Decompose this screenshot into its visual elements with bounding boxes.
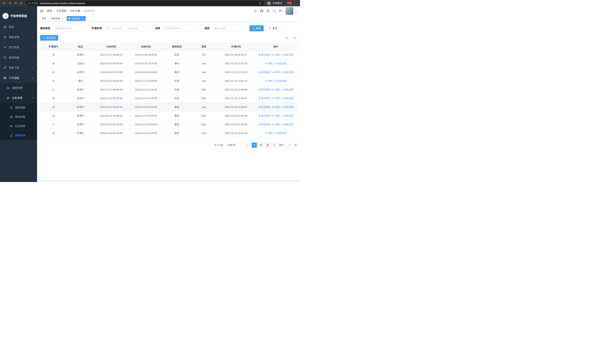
close-tag-icon[interactable]: × <box>61 17 64 20</box>
sidebar-item-payment[interactable]: 支付管理 <box>0 42 37 52</box>
sidebar-item-my-process[interactable]: 我的流程 <box>0 103 37 112</box>
toggle-search-button[interactable] <box>284 35 290 40</box>
tab-home[interactable]: 首页 <box>40 16 48 21</box>
page-size-select[interactable]: 10条/页 <box>226 142 244 148</box>
detail-action-link[interactable]: 详情 <box>272 88 280 91</box>
next-page-button[interactable] <box>272 142 277 148</box>
sidebar-item-label: 我的流程 <box>15 106 25 109</box>
detail-action-link[interactable]: 详情 <box>265 79 273 83</box>
help-icon[interactable] <box>265 8 271 14</box>
bunny-logo-icon <box>3 13 9 19</box>
cell-status: 已取消 <box>67 59 94 68</box>
tab-process-detail[interactable]: 流程详情× <box>49 16 66 21</box>
progress-action-link[interactable]: 审批进度 <box>281 105 293 109</box>
progress-action-link[interactable]: 审批进度 <box>281 97 293 100</box>
cancel-action-link[interactable]: 取消请假 <box>258 105 271 109</box>
create-leave-button[interactable]: 发起请假 <box>40 35 58 41</box>
app-logo[interactable]: 芋道管理系统 <box>0 6 37 22</box>
progress-action-link[interactable]: 审批进度 <box>281 123 293 126</box>
breadcrumb-item-oa-example[interactable]: OA 示例 <box>71 9 80 13</box>
search-button[interactable]: 搜索 <box>249 25 264 31</box>
cancel-action-link[interactable]: 取消请假 <box>258 71 271 74</box>
progress-action-link[interactable]: 审批进度 <box>281 114 293 118</box>
page-button-3[interactable]: 3 <box>265 142 270 148</box>
user-avatar[interactable] <box>286 7 293 15</box>
browser-update-button[interactable]: 更新 ⋮ <box>285 1 298 6</box>
font-size-icon[interactable]: TT <box>278 8 283 14</box>
progress-action-link[interactable]: 审批进度 <box>281 88 293 91</box>
sidebar-item-workflow[interactable]: 工作流程 <box>0 73 37 83</box>
cancel-action-link[interactable]: 取消请假 <box>258 123 271 126</box>
detail-action-link[interactable]: 详情 <box>272 97 280 100</box>
column-header: 结束时间 <box>129 43 163 50</box>
cancel-action-link[interactable]: 取消请假 <box>258 97 271 100</box>
security-status[interactable]: 不安全 <box>28 2 38 5</box>
detail-action-link[interactable]: 详情 <box>272 53 280 56</box>
goto-page-input[interactable] <box>285 142 293 148</box>
eye-icon <box>272 89 274 91</box>
fullscreen-icon[interactable] <box>272 8 277 14</box>
progress-action-link[interactable]: 审批进度 <box>274 131 287 135</box>
caret-down-icon[interactable] <box>295 11 297 14</box>
start-date-input[interactable] <box>110 27 124 30</box>
github-icon[interactable] <box>259 8 264 14</box>
bookmark-star-icon[interactable] <box>259 2 262 4</box>
filter-result: 结果 请选择流结果 <box>155 25 199 31</box>
browser-home-button[interactable] <box>19 0 24 6</box>
cell-status: 通过 <box>67 76 94 85</box>
sidebar-item-task-management[interactable]: 任务管理 <box>0 93 37 103</box>
browser-forward-button[interactable] <box>7 0 13 6</box>
table-row: 17处理中2022-01-22 00:00:002022-01-22 00:00… <box>40 120 297 129</box>
sidebar-item-home[interactable]: 首页 <box>0 22 37 32</box>
sidebar-collapse-icon[interactable] <box>40 9 44 13</box>
detail-action-link[interactable]: 详情 <box>272 71 280 74</box>
cell-actions: 详情审批进度 <box>255 129 297 138</box>
end-date-input[interactable] <box>127 27 140 30</box>
breadcrumb-item-home[interactable]: 首页 <box>47 9 52 13</box>
reason-input[interactable] <box>212 25 244 31</box>
sidebar-item-todo-tasks[interactable]: 待办任务 <box>0 112 37 121</box>
table-toolbar: 发起请假 <box>40 35 297 41</box>
reset-button[interactable]: 重置 <box>266 25 280 31</box>
detail-action-link[interactable]: 详情 <box>265 131 273 135</box>
breadcrumb-item-workflow[interactable]: 工作流程 <box>56 9 66 13</box>
sidebar-item-process-management[interactable]: 流程管理 <box>0 83 37 93</box>
cancel-action-link[interactable]: 取消请假 <box>258 53 271 56</box>
browser-reload-button[interactable] <box>13 0 18 6</box>
detail-action-link[interactable]: 详情 <box>272 105 280 109</box>
eye-icon <box>272 123 274 126</box>
progress-action-link[interactable]: 审批进度 <box>281 53 293 56</box>
cell-apply-time: 2022-01-22 23:49:46 <box>217 85 255 94</box>
cell-apply-time: 2022-01-22 23:45:29 <box>217 111 255 120</box>
close-tag-icon[interactable]: × <box>81 17 84 20</box>
sidebar-item-leave-query[interactable]: 请假查询 <box>0 131 37 140</box>
sidebar-item-infrastructure[interactable]: 基础设施 <box>0 52 37 63</box>
address-bar[interactable]: 不安全 dashboard.yudao.iocoder.cn/bpm/oa/le… <box>26 0 264 6</box>
cancel-action-link[interactable]: 取消请假 <box>258 114 271 118</box>
browser-back-button[interactable] <box>2 0 7 6</box>
breadcrumb-separator: / <box>54 9 55 12</box>
detail-action-link[interactable]: 详情 <box>265 62 273 65</box>
progress-action-link[interactable]: 审批进度 <box>274 62 287 65</box>
tab-leave-query[interactable]: 请假查询× <box>67 16 86 21</box>
page-button-2[interactable]: 2 <box>258 142 263 148</box>
cancel-action-link[interactable]: 取消请假 <box>258 88 271 91</box>
date-range-picker[interactable]: - <box>104 25 150 31</box>
detail-action-link[interactable]: 详情 <box>272 114 280 118</box>
url-text[interactable]: dashboard.yudao.iocoder.cn/bpm/oa/leave <box>40 2 257 5</box>
tag-label: 首页 <box>42 17 46 20</box>
progress-action-link[interactable]: 审批进度 <box>281 71 293 74</box>
prev-page-button[interactable] <box>245 142 250 148</box>
refresh-table-button[interactable] <box>292 35 297 40</box>
search-icon[interactable] <box>253 8 258 14</box>
result-select[interactable]: 请选择流结果 <box>163 25 199 31</box>
detail-action-link[interactable]: 详情 <box>272 123 280 126</box>
leave-type-select[interactable]: 请选择请假类型 <box>53 25 86 31</box>
page-button-1[interactable]: 1 <box>252 142 257 148</box>
eye-icon <box>265 132 267 134</box>
sidebar-item-done-tasks[interactable]: 已办任务 <box>0 121 37 131</box>
kebab-menu-icon[interactable]: ⋮ <box>293 2 296 5</box>
sidebar-item-devtools[interactable]: 研发工具 <box>0 63 37 73</box>
progress-action-link[interactable]: 审批进度 <box>274 79 287 83</box>
sidebar-item-system[interactable]: 系统管理 <box>0 32 37 42</box>
